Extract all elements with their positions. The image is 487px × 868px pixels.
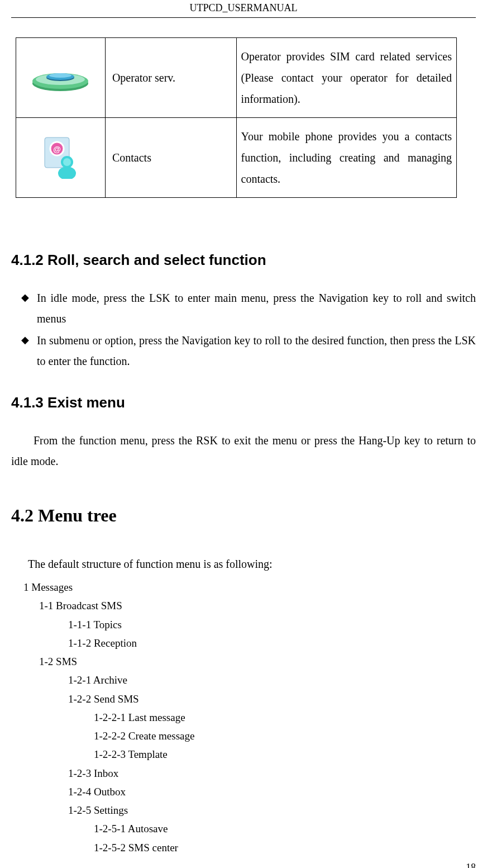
section-413-paragraph: From the function menu, press the RSK to… — [11, 430, 476, 472]
diamond-bullet-icon: ◆ — [21, 330, 29, 349]
feature-table: Operator serv. Operator provides SIM car… — [16, 37, 476, 198]
tree-item: 1-2-1 Archive — [68, 671, 476, 689]
bullet-text: In submenu or option, press the Navigati… — [37, 330, 476, 372]
bullet-text: In idle mode, press the LSK to enter mai… — [37, 288, 476, 329]
tree-item: 1-2-3 Inbox — [68, 764, 476, 782]
tree-item: 1-2-2-3 Template — [94, 745, 476, 763]
tree-item: 1-2-2-2 Create message — [94, 727, 476, 745]
tree-item: 1-2-4 Outbox — [68, 782, 476, 801]
tree-item: 1-2-5-2 SMS center — [94, 838, 476, 857]
operator-desc-cell: Operator provides SIM card related servi… — [236, 38, 456, 118]
section-42-intro: The default structure of function menu i… — [11, 554, 476, 575]
list-item: ◆ In submenu or option, press the Naviga… — [21, 330, 476, 372]
section-42-title: 4.2 Menu tree — [11, 505, 476, 526]
tree-item: 1-2 SMS — [39, 652, 476, 671]
tree-item: 1-2-2-1 Last message — [94, 708, 476, 727]
table-row: @ Contacts Your mobile phone provides yo… — [16, 118, 457, 198]
operator-icon-cell — [16, 38, 106, 118]
tree-item: 1-2-5-1 Autosave — [94, 819, 476, 838]
svg-point-11 — [63, 158, 71, 166]
tree-item: 1-1-1 Topics — [68, 615, 476, 634]
svg-point-10 — [58, 167, 76, 179]
tree-item: 1-1-2 Reception — [68, 634, 476, 652]
document-header: UTPCD_USERMANUAL — [11, 0, 476, 18]
contacts-label-cell: Contacts — [105, 118, 236, 198]
tree-item: 1-2-2 Send SMS — [68, 690, 476, 708]
diamond-bullet-icon: ◆ — [21, 288, 29, 307]
svg-text:@: @ — [54, 145, 61, 154]
tree-item: 1-2-5 Settings — [68, 801, 476, 819]
svg-point-5 — [49, 73, 71, 78]
operator-label-cell: Operator serv. — [105, 38, 236, 118]
page-number: 18 — [466, 862, 476, 868]
contacts-icon: @ — [38, 134, 83, 179]
section-412-title: 4.1.2 Roll, search and select function — [11, 252, 476, 269]
tree-item: 1 Messages — [23, 578, 476, 596]
tree-item: 1-1 Broadcast SMS — [39, 596, 476, 615]
contacts-desc-cell: Your mobile phone provides you a contact… — [236, 118, 456, 198]
table-row: Operator serv. Operator provides SIM car… — [16, 38, 457, 118]
section-413-title: 4.1.3 Exist menu — [11, 394, 476, 411]
menu-tree: 1 Messages 1-1 Broadcast SMS 1-1-1 Topic… — [11, 578, 476, 857]
contacts-icon-cell: @ — [16, 118, 106, 198]
section-412-bullets: ◆ In idle mode, press the LSK to enter m… — [21, 288, 476, 372]
operator-service-icon — [30, 60, 91, 93]
list-item: ◆ In idle mode, press the LSK to enter m… — [21, 288, 476, 329]
